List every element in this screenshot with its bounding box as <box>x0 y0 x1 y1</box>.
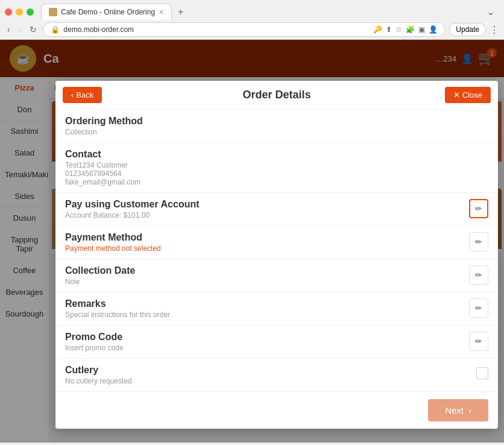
tab-favicon <box>49 8 57 16</box>
cutlery-sub: No cutlery requested <box>65 377 476 385</box>
ordering-method-content: Ordering Method Collection <box>65 116 488 136</box>
chevron-left-icon: ‹ <box>71 90 74 99</box>
cutlery-content: Cutlery No cutlery requested <box>65 365 476 385</box>
payment-method-row: Payment Method Payment method not select… <box>55 226 498 259</box>
page-content: ☕ Ca …234 👤 🛒 2 Pizza Don Sashimi Salad … <box>0 40 504 443</box>
customer-account-balance: Account Balance: $101.00 <box>65 211 469 219</box>
modal-header: ‹ Back Order Details ✕ Close <box>55 81 498 110</box>
sidebar-toggle-icon: ▣ <box>418 25 425 34</box>
collection-date-title: Collection Date <box>65 265 469 276</box>
remarks-content: Remarks Special instructions for this or… <box>65 298 469 319</box>
cutlery-title: Cutlery <box>65 365 476 376</box>
browser-chrome: Cafe Demo - Online Ordering ✕ + ⌄ ‹ › ↻ … <box>0 0 504 40</box>
window-minimize-btn[interactable] <box>16 8 23 16</box>
remarks-edit-button[interactable]: ✏ <box>469 298 488 318</box>
customer-account-row: Pay using Customer Account Account Balan… <box>55 193 498 226</box>
key-icon: 🔑 <box>373 25 382 34</box>
next-button[interactable]: Next › <box>428 399 488 421</box>
remarks-row: Remarks Special instructions for this or… <box>55 292 498 326</box>
back-nav-button[interactable]: ‹ <box>5 24 13 36</box>
modal-title: Order Details <box>242 89 310 101</box>
contact-name: Test1234 Customer <box>65 161 488 169</box>
extension-icon: 🧩 <box>406 25 415 34</box>
lock-icon: 🔒 <box>51 25 60 34</box>
order-details-modal: ‹ Back Order Details ✕ Close Ordering Me… <box>55 81 498 429</box>
address-bar-icons: 🔑 ⬆ ☆ 🧩 ▣ 👤 <box>373 25 438 34</box>
active-tab[interactable]: Cafe Demo - Online Ordering ✕ <box>41 4 172 20</box>
payment-method-sub: Payment method not selected <box>65 244 469 253</box>
tab-close-icon[interactable]: ✕ <box>159 8 164 16</box>
pencil-icon-remarks: ✏ <box>475 303 482 313</box>
contact-content: Contact Test1234 Customer 01234567894564… <box>65 149 488 186</box>
promo-code-title: Promo Code <box>65 332 469 342</box>
payment-method-title: Payment Method <box>65 232 469 243</box>
update-button[interactable]: Update <box>449 23 486 36</box>
contact-phone: 01234567894564 <box>65 169 488 178</box>
customer-account-title: Pay using Customer Account <box>65 199 469 210</box>
promo-code-sub: Insert promo code <box>65 344 469 352</box>
payment-method-content: Payment Method Payment method not select… <box>65 232 469 253</box>
back-label: Back <box>76 90 93 99</box>
url-text: demo.mobi-order.com <box>63 25 370 34</box>
cutlery-checkbox[interactable] <box>476 367 488 379</box>
profile-icon: 👤 <box>429 25 438 34</box>
payment-method-edit-button[interactable]: ✏ <box>469 232 488 251</box>
next-label: Next <box>445 405 464 415</box>
new-tab-button[interactable]: + <box>174 7 187 17</box>
tab-bar: Cafe Demo - Online Ordering ✕ + ⌄ <box>0 0 504 20</box>
remarks-title: Remarks <box>65 298 469 309</box>
next-arrow-icon: › <box>468 405 471 415</box>
contact-email: fake_email@gmail.com <box>65 178 488 186</box>
refresh-button[interactable]: ↻ <box>27 24 39 36</box>
browser-menu-icon: ⌄ <box>482 6 499 17</box>
bookmark-icon: ☆ <box>395 25 402 34</box>
back-button[interactable]: ‹ Back <box>63 87 102 103</box>
collection-date-row: Collection Date Now ✏ <box>55 259 498 292</box>
promo-code-edit-button[interactable]: ✏ <box>469 332 488 351</box>
promo-code-row: Promo Code Insert promo code ✏ <box>55 326 498 359</box>
share-icon: ⬆ <box>386 25 392 34</box>
ordering-method-sub: Collection <box>65 128 488 136</box>
customer-account-edit-button[interactable]: ✏ <box>469 199 488 218</box>
more-options-button[interactable]: ⋮ <box>490 24 499 36</box>
forward-nav-button[interactable]: › <box>16 24 24 36</box>
close-label: Close <box>462 90 482 99</box>
pencil-icon-collection: ✏ <box>475 270 482 280</box>
close-x-icon: ✕ <box>453 90 460 99</box>
collection-date-content: Collection Date Now <box>65 265 469 286</box>
address-bar: ‹ › ↻ 🔒 demo.mobi-order.com 🔑 ⬆ ☆ 🧩 ▣ 👤 … <box>0 20 504 39</box>
pencil-icon-promo: ✏ <box>475 336 482 346</box>
close-button[interactable]: ✕ Close <box>445 87 491 103</box>
contact-title: Contact <box>65 149 488 160</box>
remarks-sub: Special instructions for this order <box>65 311 469 319</box>
cutlery-row: Cutlery No cutlery requested <box>55 359 498 392</box>
tab-label: Cafe Demo - Online Ordering <box>61 8 155 16</box>
promo-code-content: Promo Code Insert promo code <box>65 332 469 352</box>
collection-date-sub: Now <box>65 277 469 286</box>
window-controls <box>5 8 34 16</box>
ordering-method-title: Ordering Method <box>65 116 488 127</box>
window-maximize-btn[interactable] <box>27 8 34 16</box>
contact-row: Contact Test1234 Customer 01234567894564… <box>55 143 498 193</box>
modal-footer: Next › <box>55 392 498 429</box>
customer-account-content: Pay using Customer Account Account Balan… <box>65 199 469 219</box>
ordering-method-row: Ordering Method Collection <box>55 110 498 143</box>
pencil-icon-payment: ✏ <box>475 237 482 247</box>
window-close-btn[interactable] <box>5 8 12 16</box>
address-input-field[interactable]: 🔒 demo.mobi-order.com 🔑 ⬆ ☆ 🧩 ▣ 👤 <box>43 22 446 37</box>
pencil-icon: ✏ <box>475 204 482 213</box>
collection-date-edit-button[interactable]: ✏ <box>469 265 488 285</box>
